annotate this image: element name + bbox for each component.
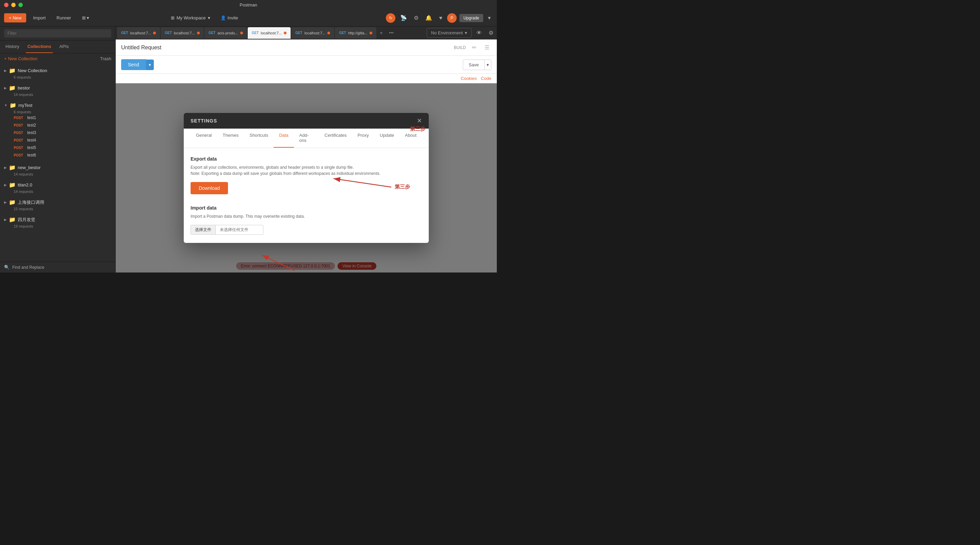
collection-count: 6 requests xyxy=(4,110,111,114)
app-title: Postman xyxy=(240,2,257,8)
method-badge: POST xyxy=(12,123,24,127)
folder-icon: 📁 xyxy=(9,216,16,223)
list-item: ▶ 📁 titan2.0 14 requests xyxy=(0,178,115,195)
settings-icon[interactable]: ⚙ xyxy=(412,13,421,22)
send-dropdown-button[interactable]: ▾ xyxy=(146,60,154,70)
collection-header[interactable]: ▶ 📁 titan2.0 xyxy=(4,180,111,189)
more-tabs-button[interactable]: ••• xyxy=(386,30,396,35)
sync-icon-button[interactable]: ↻ xyxy=(386,13,395,23)
environment-selector[interactable]: No Environment ▾ xyxy=(427,28,472,38)
modal-tab-general[interactable]: General xyxy=(191,129,217,148)
cookies-button[interactable]: Cookies xyxy=(461,76,477,81)
tab-unsaved-dot xyxy=(153,32,156,34)
filter-input[interactable] xyxy=(4,29,111,37)
workspace-button[interactable]: ⊞ My Workspace ▾ xyxy=(167,13,215,22)
list-item: ▶ 📁 上海接口调用 15 requests xyxy=(0,195,115,213)
collection-header[interactable]: ▶ 📁 bestor xyxy=(4,83,111,92)
folder-icon: 📁 xyxy=(9,85,16,91)
tab-item[interactable]: GET localhost:7... xyxy=(117,27,160,39)
list-item[interactable]: POST test1 xyxy=(12,114,111,121)
heart-icon[interactable]: ♥ xyxy=(437,14,444,22)
modal-tab-themes[interactable]: Themes xyxy=(217,129,244,148)
save-button[interactable]: Save xyxy=(463,60,485,70)
collection-header[interactable]: ▶ 📁 上海接口调用 xyxy=(4,198,111,207)
modal-close-button[interactable]: ✕ xyxy=(417,118,422,124)
modal-overlay[interactable]: SETTINGS ✕ General Themes Shortcuts Data… xyxy=(116,83,497,272)
chevron-right-icon: ▶ xyxy=(4,69,7,73)
request-tools-bar: Cookies Code xyxy=(116,74,497,83)
download-button[interactable]: Download xyxy=(191,182,228,194)
tab-item-active[interactable]: GET localhost:7... xyxy=(248,27,291,39)
close-button[interactable] xyxy=(4,3,8,7)
eye-icon-button[interactable]: 👁 xyxy=(474,29,484,37)
request-list: POST test1 POST test2 POST test3 POST te… xyxy=(4,114,111,159)
settings-env-icon[interactable]: ⚙ xyxy=(487,28,495,37)
window-controls xyxy=(4,3,23,7)
tab-item[interactable]: GET http://gitla... xyxy=(335,27,376,39)
svg-line-2 xyxy=(262,255,294,270)
list-item[interactable]: POST test6 xyxy=(12,151,111,159)
invite-button[interactable]: 👤 Invite xyxy=(216,13,242,22)
tab-unsaved-dot xyxy=(327,32,330,34)
list-item[interactable]: POST test5 xyxy=(12,144,111,151)
tab-history[interactable]: History xyxy=(4,40,21,53)
broadcast-icon[interactable]: 📡 xyxy=(398,13,409,22)
modal-title: SETTINGS xyxy=(191,118,217,124)
bell-icon[interactable]: 🔔 xyxy=(423,13,434,22)
edit-icon-button[interactable]: ✏ xyxy=(470,43,479,52)
list-item: ▶ 📁 四月攻坚 19 requests xyxy=(0,213,115,230)
import-button[interactable]: Import xyxy=(29,13,50,22)
list-item[interactable]: POST test4 xyxy=(12,137,111,144)
list-item: ▶ 📁 New Collection 6 requests xyxy=(0,64,115,81)
avatar[interactable]: P xyxy=(447,13,457,23)
tab-apis[interactable]: APIs xyxy=(58,40,70,53)
layout-button[interactable]: ⊞ ▾ xyxy=(78,13,94,22)
request-title: Untitled Request xyxy=(121,44,161,51)
collection-header[interactable]: ▶ 📁 四月攻坚 xyxy=(4,215,111,224)
minimize-button[interactable] xyxy=(11,3,16,7)
tab-item[interactable]: GET localhost:7... xyxy=(291,27,334,39)
new-tab-button[interactable]: + xyxy=(377,30,385,36)
import-description: Import a Postman data dump. This may ove… xyxy=(191,213,422,219)
method-badge: POST xyxy=(12,116,24,120)
upgrade-button[interactable]: Upgrade xyxy=(460,14,483,22)
list-item[interactable]: POST test2 xyxy=(12,121,111,129)
folder-icon: 📁 xyxy=(9,164,16,171)
modal-tab-update[interactable]: Update xyxy=(374,129,399,148)
invite-person-icon: 👤 xyxy=(221,15,226,21)
modal-tab-proxy[interactable]: Proxy xyxy=(352,129,374,148)
collection-header[interactable]: ▶ 📁 new_bestor xyxy=(4,163,111,172)
modal-tab-about[interactable]: About xyxy=(399,129,422,148)
collection-count: 14 requests xyxy=(4,92,111,97)
collection-count: 6 requests xyxy=(4,75,111,79)
folder-icon: 📁 xyxy=(9,182,16,188)
modal-tab-addons[interactable]: Add-ons xyxy=(294,129,319,148)
collection-header[interactable]: ▶ 📁 New Collection xyxy=(4,66,111,75)
topbar-chevron-icon[interactable]: ▾ xyxy=(486,13,493,22)
modal-tab-data[interactable]: Data xyxy=(274,129,294,148)
tab-item[interactable]: GET localhost:7... xyxy=(161,27,204,39)
new-button[interactable]: + New xyxy=(4,13,26,22)
trash-button[interactable]: Trash xyxy=(100,56,111,61)
tab-item[interactable]: GET acis-produ... xyxy=(205,27,247,39)
find-replace-label[interactable]: Find and Replace xyxy=(12,265,44,270)
send-button[interactable]: Send xyxy=(121,59,146,70)
modal-tab-shortcuts[interactable]: Shortcuts xyxy=(244,129,274,148)
maximize-button[interactable] xyxy=(18,3,23,7)
content-area: GET localhost:7... GET localhost:7... GE… xyxy=(116,27,497,272)
runner-button[interactable]: Runner xyxy=(52,13,75,22)
choose-file-button[interactable]: 选择文件 xyxy=(191,225,216,235)
save-dropdown-button[interactable]: ▾ xyxy=(485,60,492,70)
list-item[interactable]: POST test3 xyxy=(12,129,111,137)
collection-header[interactable]: ▼ 📁 myTest xyxy=(4,101,111,110)
send-button-group: Send ▾ xyxy=(121,59,154,70)
sidebar-search-area xyxy=(0,27,115,40)
new-collection-button[interactable]: + New Collection xyxy=(4,56,37,61)
import-title: Import data xyxy=(191,205,422,211)
tab-collections[interactable]: Collections xyxy=(26,40,52,53)
code-button[interactable]: Code xyxy=(481,76,492,81)
layout-icon-button[interactable]: ☰ xyxy=(482,43,492,52)
topbar: + New Import Runner ⊞ ▾ ⊞ My Workspace ▾… xyxy=(0,10,497,27)
chevron-right-icon: ▶ xyxy=(4,218,7,221)
modal-tab-certificates[interactable]: Certificates xyxy=(319,129,352,148)
